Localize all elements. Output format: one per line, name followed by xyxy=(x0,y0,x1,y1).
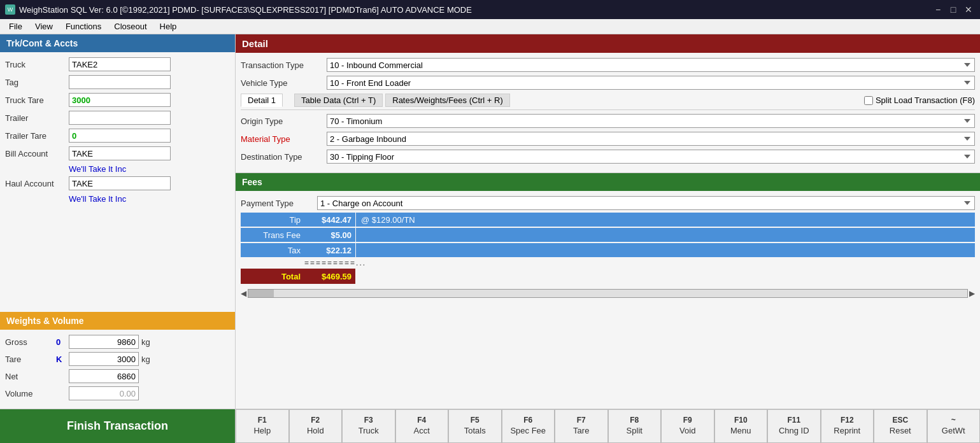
left-panel: Trk/Cont & Accts Truck Tag Truck Tare Tr… xyxy=(0,34,236,409)
haul-account-row: Haul Account xyxy=(5,176,230,190)
scrollbar[interactable] xyxy=(248,289,968,298)
fee-tax-label: Tax xyxy=(241,243,304,257)
volume-label: Volume xyxy=(5,389,56,398)
weights-section: Gross 0 kg Tare K kg Net Volume xyxy=(0,330,235,409)
truck-input[interactable] xyxy=(69,57,171,71)
fee-transfee-desc xyxy=(356,228,975,242)
fkey-getwt[interactable]: ~ GetWt xyxy=(927,409,981,443)
menu-closeout[interactable]: Closeout xyxy=(108,20,153,32)
split-load-checkbox[interactable] xyxy=(864,96,873,105)
transaction-type-row: Transaction Type 10 - Inbound Commercial xyxy=(241,58,975,72)
scroll-left-arrow[interactable]: ◀ xyxy=(241,289,246,298)
restore-button[interactable]: □ xyxy=(947,3,960,16)
fkey-f5[interactable]: F5 Totals xyxy=(448,409,502,443)
bill-account-name[interactable]: We'll Take It Inc xyxy=(69,164,230,174)
net-input[interactable] xyxy=(69,369,139,383)
tare-row: Tare K kg xyxy=(5,352,230,366)
fkey-f1[interactable]: F1 Help xyxy=(236,409,289,443)
tag-label: Tag xyxy=(5,78,69,87)
close-button[interactable]: ✕ xyxy=(962,3,975,16)
bill-account-label: Bill Account xyxy=(5,149,69,158)
material-type-row: Material Type 2 - Garbage Inbound xyxy=(241,132,975,146)
vehicle-type-row: Vehicle Type 10 - Front End Loader xyxy=(241,76,975,90)
tare-indicator: K xyxy=(56,355,69,364)
fkey-f8[interactable]: F8 Split xyxy=(608,409,662,443)
haul-account-name[interactable]: We'll Take It Inc xyxy=(69,194,230,204)
tab-table-data[interactable]: Table Data (Ctrl + T) xyxy=(294,94,383,107)
tag-input[interactable] xyxy=(69,75,171,89)
transaction-type-select[interactable]: 10 - Inbound Commercial xyxy=(327,58,975,72)
origin-type-select[interactable]: 70 - Timonium xyxy=(327,114,975,128)
detail-tabs-row: Detail 1 Table Data (Ctrl + T) Rates/Wei… xyxy=(241,94,975,110)
fkey-f6[interactable]: F6 Spec Fee xyxy=(502,409,555,443)
fees-header: Fees xyxy=(236,173,980,191)
net-label: Net xyxy=(5,372,56,381)
titlebar: W WeighStation SQL Ver: 6.0 [©1992,2021]… xyxy=(0,0,980,19)
trk-header: Trk/Cont & Accts xyxy=(0,34,235,52)
minimize-button[interactable]: − xyxy=(932,3,944,16)
fee-transfee-label: Trans Fee xyxy=(241,228,304,242)
gross-label: Gross xyxy=(5,337,56,347)
menu-file[interactable]: File xyxy=(3,20,29,32)
app-icon: W xyxy=(5,4,15,15)
volume-row: Volume xyxy=(5,386,230,400)
fkey-f4[interactable]: F4 Acct xyxy=(395,409,449,443)
fee-tax-value: $22.12 xyxy=(304,243,355,257)
origin-type-row: Origin Type 70 - Timonium xyxy=(241,114,975,128)
material-type-label: Material Type xyxy=(241,134,327,144)
fkey-f2[interactable]: F2 Hold xyxy=(289,409,343,443)
fkey-f10[interactable]: F10 Menu xyxy=(714,409,768,443)
menu-functions[interactable]: Functions xyxy=(59,20,108,32)
truck-tare-input[interactable] xyxy=(69,93,171,107)
fkey-f11[interactable]: F11 Chng ID xyxy=(767,409,821,443)
window-controls[interactable]: − □ ✕ xyxy=(932,3,975,16)
trailer-input[interactable] xyxy=(69,111,171,125)
fkey-f12[interactable]: F12 Reprint xyxy=(821,409,874,443)
haul-account-label: Haul Account xyxy=(5,179,69,188)
detail-section: Transaction Type 10 - Inbound Commercial… xyxy=(236,53,980,173)
fkey-f3[interactable]: F3 Truck xyxy=(342,409,395,443)
trailer-tare-label: Trailer Tare xyxy=(5,131,69,141)
tab-detail1[interactable]: Detail 1 xyxy=(241,94,283,107)
fee-separator: =========... xyxy=(304,258,975,267)
fkey-f7[interactable]: F7 Tare xyxy=(555,409,608,443)
bill-account-input[interactable] xyxy=(69,146,171,160)
fkey-bar: F1 Help F2 Hold F3 Truck F4 Acct F5 Tota… xyxy=(236,409,980,443)
trailer-tare-input[interactable] xyxy=(69,129,171,143)
split-load-label: Split Load Transaction (F8) xyxy=(876,95,975,105)
fkey-f9[interactable]: F9 Void xyxy=(661,409,714,443)
payment-type-select[interactable]: 1 - Charge on Account xyxy=(317,196,975,210)
tare-input[interactable] xyxy=(69,352,139,366)
scroll-right-arrow[interactable]: ▶ xyxy=(969,289,975,298)
fee-tax-desc xyxy=(356,243,975,257)
payment-type-label: Payment Type xyxy=(241,199,317,208)
menubar: File View Functions Closeout Help xyxy=(0,19,980,34)
weights-header: Weights & Volume xyxy=(0,312,235,330)
material-type-select[interactable]: 2 - Garbage Inbound xyxy=(327,132,975,146)
bottom-bar: Finish Transaction F1 Help F2 Hold F3 Tr… xyxy=(0,409,980,443)
right-panel: Detail Transaction Type 10 - Inbound Com… xyxy=(236,34,980,409)
fee-tax-row: Tax $22.12 xyxy=(241,243,975,257)
menu-help[interactable]: Help xyxy=(153,20,183,32)
vehicle-type-label: Vehicle Type xyxy=(241,78,327,88)
vehicle-type-select[interactable]: 10 - Front End Loader xyxy=(327,76,975,90)
split-load-checkbox-row: Split Load Transaction (F8) xyxy=(864,95,975,105)
tab-rates[interactable]: Rates/Weights/Fees (Ctrl + R) xyxy=(385,94,510,107)
volume-input[interactable] xyxy=(69,386,139,400)
haul-account-input[interactable] xyxy=(69,176,171,190)
gross-row: Gross 0 kg xyxy=(5,335,230,349)
fee-transfee-row: Trans Fee $5.00 xyxy=(241,228,975,242)
tare-unit: kg xyxy=(141,355,150,364)
destination-type-row: Destination Type 30 - Tipping Floor xyxy=(241,150,975,164)
total-value: $469.59 xyxy=(304,269,355,284)
finish-transaction-button[interactable]: Finish Transaction xyxy=(0,409,236,443)
destination-type-select[interactable]: 30 - Tipping Floor xyxy=(327,150,975,164)
menu-view[interactable]: View xyxy=(29,20,59,32)
fkey-esc[interactable]: ESC Reset xyxy=(874,409,927,443)
gross-input[interactable] xyxy=(69,335,139,349)
truck-label: Truck xyxy=(5,60,69,69)
detail-header: Detail xyxy=(236,34,980,53)
payment-type-row: Payment Type 1 - Charge on Account xyxy=(241,196,975,210)
fee-tip-desc: @ $129.00/TN xyxy=(356,213,975,227)
total-row: Total $469.59 xyxy=(241,269,975,284)
